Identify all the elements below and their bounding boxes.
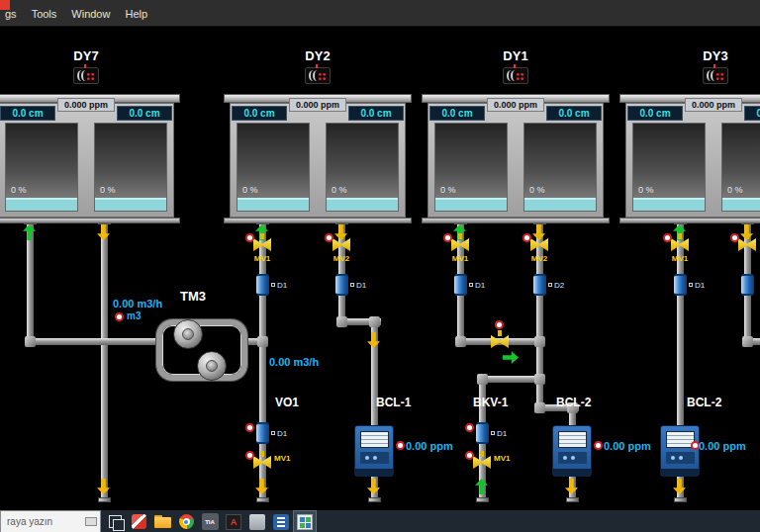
gas-detector-icon[interactable] <box>503 67 528 84</box>
scada-app-icon <box>297 514 313 530</box>
liquid <box>633 198 705 211</box>
valve-mv2-dy2[interactable] <box>332 232 350 251</box>
analyzer-bcl2-mid[interactable] <box>552 425 592 477</box>
pipe-joint <box>257 336 268 347</box>
tank-window-left: 0 % <box>5 123 78 212</box>
analyzer-screen <box>360 431 389 448</box>
valve-dy3-right[interactable] <box>738 232 756 251</box>
flow-meter-d1-dy2[interactable] <box>256 274 269 296</box>
flow-meter-d2-dy1[interactable] <box>533 274 546 296</box>
level-display-right: 0.0 cm <box>117 106 172 121</box>
pressure-gauge-icon <box>245 451 254 460</box>
tag-icon <box>350 283 354 287</box>
liquid <box>6 198 77 211</box>
flow-meter-d1-dy2r[interactable] <box>335 274 348 296</box>
pump-1[interactable] <box>173 319 203 349</box>
meter-label: D1 <box>469 281 485 290</box>
taskbar-app-explorer[interactable] <box>150 510 174 532</box>
detector-antenna <box>713 64 715 68</box>
taskbar-app-gray[interactable] <box>245 510 269 532</box>
level-percent: 0 % <box>100 185 116 195</box>
tank-dy3: 0.000 ppm 0.0 cm 0.0 cm 0 % 0 % <box>625 94 760 223</box>
pressure-gauge-icon <box>730 233 739 242</box>
valve-stem <box>339 233 343 239</box>
valve-stem <box>678 233 682 239</box>
taskbar-app-blue[interactable] <box>269 510 293 532</box>
pressure-gauge-icon <box>522 233 531 242</box>
analyzer-bcl2-right[interactable] <box>660 425 700 477</box>
pressure-gauge-icon <box>245 233 254 242</box>
pipe-joint <box>534 402 545 413</box>
valve-body <box>253 238 271 251</box>
menu-item-tools[interactable]: Tools <box>32 8 57 20</box>
flow-arrow-down <box>673 479 686 494</box>
valve-mv1-dy3[interactable] <box>671 232 689 251</box>
pipe-cap <box>476 497 489 502</box>
meter-label: D1 <box>271 429 287 438</box>
ppm-display: 0.000 ppm <box>685 98 742 112</box>
pump-station-label: TM3 <box>180 289 206 304</box>
analyzer-bcl1[interactable] <box>354 425 394 477</box>
liquid <box>435 198 507 211</box>
taskbar-app-chrome[interactable] <box>174 510 198 532</box>
level-percent: 0 % <box>638 185 654 195</box>
pipe-cap <box>368 497 381 502</box>
flow-meter-dy3-right[interactable] <box>741 274 754 296</box>
valve-stem <box>260 451 264 457</box>
valve-body <box>491 335 509 348</box>
menu-item-gs[interactable]: gs <box>5 8 17 20</box>
level-percent: 0 % <box>242 185 258 195</box>
taskbar-app-red[interactable] <box>127 510 150 532</box>
menu-item-window[interactable]: Window <box>71 8 110 20</box>
flow-meter-d1-vo1[interactable] <box>256 422 269 444</box>
detector-dots <box>516 72 524 81</box>
pipe <box>101 222 108 499</box>
analyzer-panel <box>666 452 695 464</box>
ppm-reading-bcl1: 0.00 ppm <box>406 440 453 452</box>
analyzer-button <box>679 456 683 460</box>
taskbar-app-scada-active[interactable] <box>293 510 317 532</box>
task-view-icon[interactable] <box>109 515 122 528</box>
meter-label: D2 <box>548 281 564 290</box>
valve-line[interactable] <box>491 329 509 348</box>
taskbar-app-tia[interactable]: TIA <box>198 510 222 532</box>
gas-detector-icon[interactable] <box>305 67 331 84</box>
valve-mv1-vo1[interactable] <box>253 450 271 469</box>
tank-base <box>224 218 412 223</box>
taskbar-app-a[interactable]: A <box>222 510 245 532</box>
analyzer-panel <box>558 452 587 464</box>
gas-detector-icon[interactable] <box>73 67 99 84</box>
analyzer-base <box>355 469 393 476</box>
gas-detector-icon[interactable] <box>703 67 728 84</box>
liquid <box>95 198 166 211</box>
pump-2[interactable] <box>197 351 227 381</box>
pipe <box>27 338 160 345</box>
flow-meter-d1-dy3[interactable] <box>674 274 687 296</box>
menu-item-help[interactable]: Help <box>125 8 147 20</box>
valve-label: MV2 <box>524 254 554 263</box>
flow-meter-d1-dy1[interactable] <box>454 274 467 296</box>
level-display-left: 0.0 cm <box>232 106 287 121</box>
valve-stem <box>537 233 541 239</box>
station-label-bcl1: BCL-1 <box>376 396 411 409</box>
level-display-left: 0.0 cm <box>0 106 55 121</box>
tank-dy1: 0.000 ppm 0.0 cm 0.0 cm 0 % 0 % <box>428 94 604 223</box>
valve-stem <box>498 330 502 336</box>
valve-mv1-bkv[interactable] <box>473 450 491 469</box>
pipe-joint <box>455 336 466 347</box>
valve-mv2-dy1[interactable] <box>530 232 548 251</box>
valve-body <box>253 456 271 469</box>
valve-stem <box>458 233 462 239</box>
flow-reading-in: 0.00 m3/h <box>113 298 162 310</box>
valve-mv1-dy1[interactable] <box>451 232 469 251</box>
analyzer-button <box>671 456 675 460</box>
ppm-reading-bcl2-right: 0.00 ppm <box>699 440 746 452</box>
pipe-cap <box>674 497 687 502</box>
tank-dy7: 0.000 ppm 0.0 cm 0.0 cm 0 % 0 % <box>0 94 174 223</box>
keyboard-icon[interactable] <box>85 517 97 526</box>
tank-window-right: 0 % <box>326 123 399 212</box>
valve-mv1-dy2[interactable] <box>253 232 271 251</box>
flow-meter-d1-bkv[interactable] <box>476 422 489 444</box>
tag-icon <box>271 431 275 435</box>
tank-title-dy3: DY3 <box>686 48 745 63</box>
